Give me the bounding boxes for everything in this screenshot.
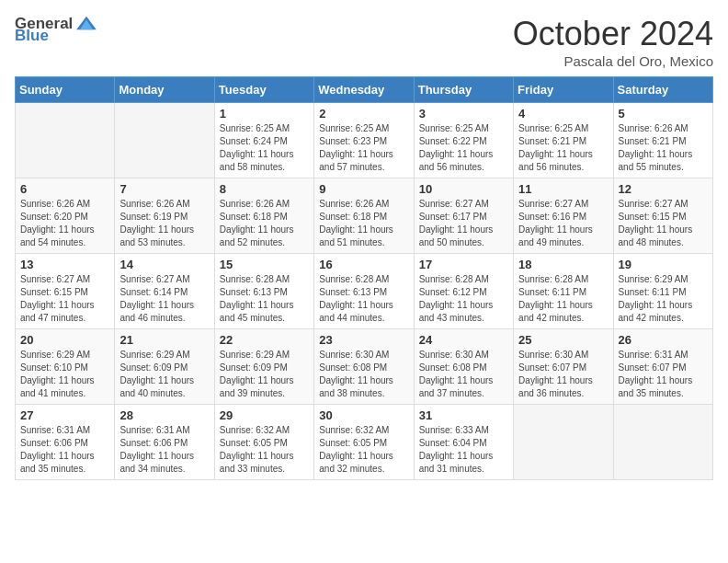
day-info: Sunrise: 6:28 AM Sunset: 6:13 PM Dayligh… <box>220 273 309 325</box>
calendar-header-monday: Monday <box>115 77 214 103</box>
calendar-header-tuesday: Tuesday <box>214 77 313 103</box>
day-number: 17 <box>419 258 508 271</box>
calendar-cell <box>115 103 214 178</box>
day-number: 13 <box>20 258 109 271</box>
day-info: Sunrise: 6:30 AM Sunset: 6:08 PM Dayligh… <box>419 349 508 400</box>
day-number: 25 <box>518 333 608 347</box>
calendar-cell: 19Sunrise: 6:29 AM Sunset: 6:11 PM Dayli… <box>613 254 712 329</box>
calendar-cell: 24Sunrise: 6:30 AM Sunset: 6:08 PM Dayli… <box>414 329 513 405</box>
day-info: Sunrise: 6:26 AM Sunset: 6:19 PM Dayligh… <box>119 198 209 249</box>
day-number: 7 <box>119 182 209 196</box>
day-info: Sunrise: 6:28 AM Sunset: 6:12 PM Dayligh… <box>419 273 508 325</box>
day-info: Sunrise: 6:30 AM Sunset: 6:08 PM Dayligh… <box>319 349 408 400</box>
calendar-week-row: 13Sunrise: 6:27 AM Sunset: 6:15 PM Dayli… <box>16 254 713 329</box>
calendar-header-thursday: Thursday <box>414 77 513 103</box>
calendar-cell <box>514 405 613 480</box>
day-number: 30 <box>319 408 408 422</box>
calendar-cell: 25Sunrise: 6:30 AM Sunset: 6:07 PM Dayli… <box>514 329 613 405</box>
page-header: General Blue October 2024 Pascala del Or… <box>15 15 713 69</box>
day-info: Sunrise: 6:31 AM Sunset: 6:06 PM Dayligh… <box>119 424 209 476</box>
title-block: October 2024 Pascala del Oro, Mexico <box>513 15 713 69</box>
day-number: 26 <box>619 333 708 347</box>
calendar-cell: 5Sunrise: 6:26 AM Sunset: 6:21 PM Daylig… <box>613 103 712 178</box>
day-number: 24 <box>419 333 508 347</box>
day-number: 18 <box>518 258 608 271</box>
calendar-cell: 27Sunrise: 6:31 AM Sunset: 6:06 PM Dayli… <box>16 405 115 480</box>
day-number: 29 <box>220 408 309 422</box>
day-number: 27 <box>20 408 109 422</box>
calendar-cell: 18Sunrise: 6:28 AM Sunset: 6:11 PM Dayli… <box>514 254 613 329</box>
day-info: Sunrise: 6:27 AM Sunset: 6:16 PM Dayligh… <box>518 198 608 249</box>
day-info: Sunrise: 6:29 AM Sunset: 6:09 PM Dayligh… <box>119 349 209 400</box>
calendar-cell: 21Sunrise: 6:29 AM Sunset: 6:09 PM Dayli… <box>115 329 214 405</box>
day-info: Sunrise: 6:26 AM Sunset: 6:18 PM Dayligh… <box>319 198 408 249</box>
day-info: Sunrise: 6:25 AM Sunset: 6:24 PM Dayligh… <box>220 122 309 174</box>
calendar-cell: 2Sunrise: 6:25 AM Sunset: 6:23 PM Daylig… <box>314 103 414 178</box>
calendar-cell: 12Sunrise: 6:27 AM Sunset: 6:15 PM Dayli… <box>613 178 712 254</box>
day-number: 2 <box>319 107 408 121</box>
day-info: Sunrise: 6:27 AM Sunset: 6:15 PM Dayligh… <box>619 198 708 249</box>
calendar-cell: 10Sunrise: 6:27 AM Sunset: 6:17 PM Dayli… <box>414 178 513 254</box>
day-number: 9 <box>319 182 408 196</box>
logo-blue: Blue <box>15 28 125 43</box>
day-number: 14 <box>119 258 209 271</box>
location: Pascala del Oro, Mexico <box>513 53 713 69</box>
calendar-header-friday: Friday <box>514 77 613 103</box>
day-number: 4 <box>518 107 608 121</box>
calendar-week-row: 1Sunrise: 6:25 AM Sunset: 6:24 PM Daylig… <box>16 103 713 178</box>
day-info: Sunrise: 6:28 AM Sunset: 6:11 PM Dayligh… <box>518 273 608 325</box>
calendar-cell: 28Sunrise: 6:31 AM Sunset: 6:06 PM Dayli… <box>115 405 214 480</box>
calendar-header-row: SundayMondayTuesdayWednesdayThursdayFrid… <box>16 77 713 103</box>
day-info: Sunrise: 6:25 AM Sunset: 6:23 PM Dayligh… <box>319 122 408 174</box>
calendar-cell: 29Sunrise: 6:32 AM Sunset: 6:05 PM Dayli… <box>214 405 313 480</box>
calendar-cell: 13Sunrise: 6:27 AM Sunset: 6:15 PM Dayli… <box>16 254 115 329</box>
day-info: Sunrise: 6:29 AM Sunset: 6:10 PM Dayligh… <box>20 349 109 400</box>
day-info: Sunrise: 6:25 AM Sunset: 6:21 PM Dayligh… <box>518 122 608 174</box>
day-number: 15 <box>220 258 309 271</box>
day-number: 16 <box>319 258 408 271</box>
calendar-cell: 17Sunrise: 6:28 AM Sunset: 6:12 PM Dayli… <box>414 254 513 329</box>
calendar-header-wednesday: Wednesday <box>314 77 414 103</box>
day-number: 23 <box>319 333 408 347</box>
day-number: 3 <box>419 107 508 121</box>
month-title: October 2024 <box>513 15 713 53</box>
calendar-header-sunday: Sunday <box>16 77 115 103</box>
day-info: Sunrise: 6:31 AM Sunset: 6:06 PM Dayligh… <box>20 424 109 476</box>
day-info: Sunrise: 6:27 AM Sunset: 6:17 PM Dayligh… <box>419 198 508 249</box>
day-info: Sunrise: 6:27 AM Sunset: 6:15 PM Dayligh… <box>20 273 109 325</box>
day-info: Sunrise: 6:25 AM Sunset: 6:22 PM Dayligh… <box>419 122 508 174</box>
day-number: 5 <box>619 107 708 121</box>
calendar-cell: 3Sunrise: 6:25 AM Sunset: 6:22 PM Daylig… <box>414 103 513 178</box>
calendar-cell: 26Sunrise: 6:31 AM Sunset: 6:07 PM Dayli… <box>613 329 712 405</box>
calendar-week-row: 27Sunrise: 6:31 AM Sunset: 6:06 PM Dayli… <box>16 405 713 480</box>
day-number: 11 <box>518 182 608 196</box>
calendar-week-row: 20Sunrise: 6:29 AM Sunset: 6:10 PM Dayli… <box>16 329 713 405</box>
calendar-cell: 6Sunrise: 6:26 AM Sunset: 6:20 PM Daylig… <box>16 178 115 254</box>
day-info: Sunrise: 6:29 AM Sunset: 6:11 PM Dayligh… <box>619 273 708 325</box>
day-info: Sunrise: 6:31 AM Sunset: 6:07 PM Dayligh… <box>619 349 708 400</box>
calendar-week-row: 6Sunrise: 6:26 AM Sunset: 6:20 PM Daylig… <box>16 178 713 254</box>
day-number: 20 <box>20 333 109 347</box>
calendar-cell: 8Sunrise: 6:26 AM Sunset: 6:18 PM Daylig… <box>214 178 313 254</box>
calendar-cell: 11Sunrise: 6:27 AM Sunset: 6:16 PM Dayli… <box>514 178 613 254</box>
calendar-cell: 20Sunrise: 6:29 AM Sunset: 6:10 PM Dayli… <box>16 329 115 405</box>
day-number: 19 <box>619 258 708 271</box>
calendar-cell: 23Sunrise: 6:30 AM Sunset: 6:08 PM Dayli… <box>314 329 414 405</box>
day-number: 31 <box>419 408 508 422</box>
calendar-table: SundayMondayTuesdayWednesdayThursdayFrid… <box>15 76 713 480</box>
calendar-cell: 7Sunrise: 6:26 AM Sunset: 6:19 PM Daylig… <box>115 178 214 254</box>
day-info: Sunrise: 6:30 AM Sunset: 6:07 PM Dayligh… <box>518 349 608 400</box>
logo: General Blue <box>15 15 125 43</box>
day-number: 12 <box>619 182 708 196</box>
calendar-cell <box>16 103 115 178</box>
calendar-cell <box>613 405 712 480</box>
day-info: Sunrise: 6:32 AM Sunset: 6:05 PM Dayligh… <box>220 424 309 476</box>
calendar-cell: 4Sunrise: 6:25 AM Sunset: 6:21 PM Daylig… <box>514 103 613 178</box>
day-info: Sunrise: 6:27 AM Sunset: 6:14 PM Dayligh… <box>119 273 209 325</box>
calendar-cell: 31Sunrise: 6:33 AM Sunset: 6:04 PM Dayli… <box>414 405 513 480</box>
day-info: Sunrise: 6:26 AM Sunset: 6:18 PM Dayligh… <box>220 198 309 249</box>
day-info: Sunrise: 6:26 AM Sunset: 6:20 PM Dayligh… <box>20 198 109 249</box>
calendar-cell: 14Sunrise: 6:27 AM Sunset: 6:14 PM Dayli… <box>115 254 214 329</box>
day-number: 10 <box>419 182 508 196</box>
day-number: 22 <box>220 333 309 347</box>
